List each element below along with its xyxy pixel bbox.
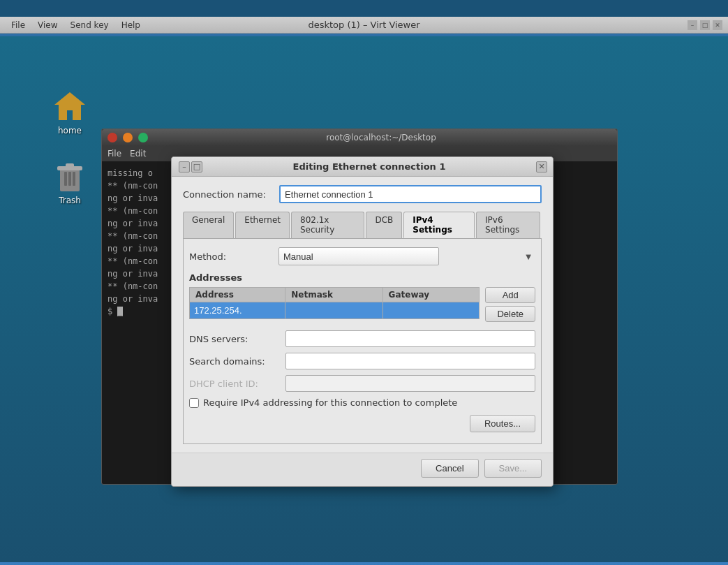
dialog-title: Editing Ethernet connection 1 <box>202 161 536 172</box>
virt-maximize-button[interactable]: □ <box>700 20 710 30</box>
tab-ethernet[interactable]: Ethernet <box>235 212 290 238</box>
dhcp-client-id-label: DHCP client ID: <box>189 379 280 389</box>
svg-rect-7 <box>73 172 75 186</box>
virt-close-button[interactable]: ✕ <box>713 20 722 30</box>
gateway-header: Gateway <box>382 288 480 302</box>
trash-desktop-icon[interactable]: Trash <box>42 156 98 208</box>
addresses-area: Address Netmask Gateway <box>189 287 535 323</box>
delete-address-button[interactable]: Delete <box>485 306 535 322</box>
address-row-0 <box>190 302 480 319</box>
home-icon[interactable]: home <box>42 87 98 138</box>
tab-ipv6[interactable]: IPv6 Settings <box>476 212 540 238</box>
tab-ipv4[interactable]: IPv4 Settings <box>403 212 475 238</box>
dialog-body: Connection name: General Ethernet 802.1x… <box>172 177 553 453</box>
svg-rect-6 <box>68 172 71 186</box>
gateway-input-0[interactable] <box>386 304 477 317</box>
dialog-minimize-btn[interactable]: – <box>179 161 190 173</box>
connection-name-row: Connection name: <box>183 185 542 203</box>
trash-icon-svg <box>53 159 87 193</box>
virt-viewer-titlebar: File View Send key Help desktop (1) – Vi… <box>0 17 728 34</box>
dhcp-client-id-row: DHCP client ID: <box>189 375 535 392</box>
dialog-footer: Cancel Save... <box>172 453 553 486</box>
svg-rect-5 <box>64 172 67 186</box>
terminal-max-btn[interactable] <box>138 133 148 142</box>
terminal-menu-edit[interactable]: Edit <box>130 149 146 159</box>
routes-button[interactable]: Routes... <box>470 415 535 432</box>
svg-rect-4 <box>66 163 74 168</box>
connection-name-input[interactable] <box>279 185 542 203</box>
terminal-menu-file[interactable]: File <box>107 149 121 159</box>
dns-servers-input[interactable] <box>285 330 535 347</box>
dialog-maximize-btn[interactable]: □ <box>191 161 202 173</box>
method-select-wrapper: Automatic (DHCP) Automatic (DHCP) addres… <box>278 247 535 265</box>
netmask-cell-0[interactable] <box>285 302 382 319</box>
gateway-cell-0[interactable] <box>382 302 480 319</box>
dialog-close-btn[interactable]: ✕ <box>536 161 547 173</box>
virt-menu-file[interactable]: File <box>6 19 31 31</box>
search-domains-input[interactable] <box>285 353 535 369</box>
tab-general[interactable]: General <box>183 212 234 238</box>
terminal-min-btn[interactable] <box>123 133 133 142</box>
method-label: Method: <box>189 251 273 262</box>
dhcp-client-id-input[interactable] <box>285 375 535 392</box>
search-domains-row: Search domains: <box>189 353 535 369</box>
terminal-title: root@localhost:~/Desktop <box>151 133 611 142</box>
addresses-table: Address Netmask Gateway <box>189 287 480 319</box>
addresses-table-wrapper: Address Netmask Gateway <box>189 287 480 323</box>
netmask-header: Netmask <box>285 288 382 302</box>
tabs-row: General Ethernet 802.1x Security DCB IPv… <box>183 212 542 239</box>
address-input-0[interactable] <box>193 304 282 317</box>
dialog-titlebar: – □ Editing Ethernet connection 1 ✕ <box>172 157 553 177</box>
ipv4-tab-content: Method: Automatic (DHCP) Automatic (DHCP… <box>183 239 542 444</box>
connection-name-label: Connection name: <box>183 189 274 200</box>
home-label: home <box>58 126 82 135</box>
virt-menu-help[interactable]: Help <box>116 19 146 31</box>
addresses-label: Addresses <box>189 272 535 283</box>
method-select[interactable]: Automatic (DHCP) Automatic (DHCP) addres… <box>278 247 439 265</box>
virt-menu-sendkey[interactable]: Send key <box>65 19 114 31</box>
dns-servers-label: DNS servers: <box>189 334 280 344</box>
home-icon-svg <box>53 89 87 123</box>
tab-8021x[interactable]: 802.1x Security <box>291 212 364 238</box>
save-button[interactable]: Save... <box>484 459 542 478</box>
method-select-arrow: ▼ <box>526 253 531 261</box>
require-ipv4-checkbox[interactable] <box>189 398 199 408</box>
virt-menu: File View Send key Help <box>6 19 146 31</box>
virt-minimize-button[interactable]: – <box>688 20 697 30</box>
trash-label: Trash <box>59 196 81 205</box>
addr-buttons: Add Delete <box>485 287 535 322</box>
require-ipv4-label: Require IPv4 addressing for this connect… <box>203 397 457 408</box>
dns-servers-row: DNS servers: <box>189 330 535 347</box>
desktop: File View Send key Help desktop (1) – Vi… <box>0 17 728 565</box>
search-domains-label: Search domains: <box>189 356 280 367</box>
terminal-close-btn[interactable] <box>107 133 117 142</box>
method-row: Method: Automatic (DHCP) Automatic (DHCP… <box>189 247 535 265</box>
cancel-button[interactable]: Cancel <box>421 459 478 478</box>
tab-dcb[interactable]: DCB <box>366 212 402 238</box>
virt-window-controls: – □ ✕ <box>688 20 722 30</box>
routes-row: Routes... <box>189 415 535 432</box>
bottombar: http://blog.csdn.net/a18829898663 <box>0 562 728 565</box>
editing-dialog: – □ Editing Ethernet connection 1 ✕ Conn… <box>171 156 554 487</box>
add-address-button[interactable]: Add <box>485 287 535 303</box>
require-ipv4-row: Require IPv4 addressing for this connect… <box>189 397 535 408</box>
netmask-input-0[interactable] <box>288 304 379 317</box>
terminal-titlebar: root@localhost:~/Desktop <box>102 129 617 146</box>
address-header: Address <box>190 288 285 302</box>
address-cell-0[interactable] <box>190 302 285 319</box>
virt-menu-view[interactable]: View <box>32 19 63 31</box>
